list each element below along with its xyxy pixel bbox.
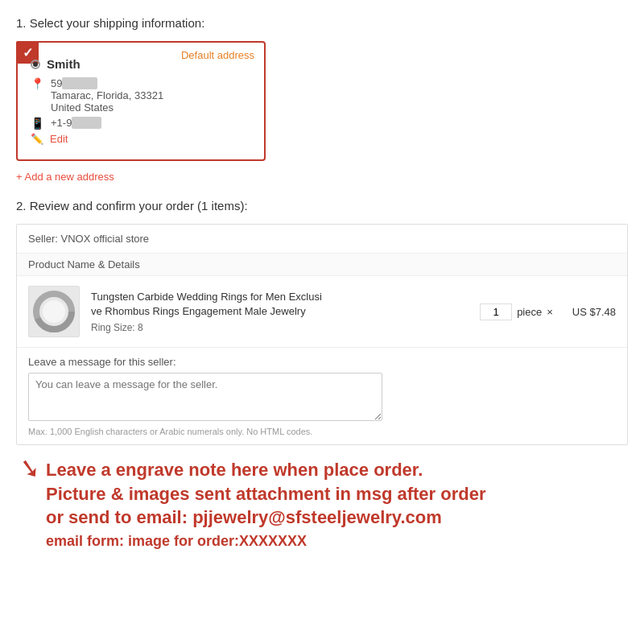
city-state-zip: Tamarac, Florida, 33321 <box>51 89 163 101</box>
multiply-sign: × <box>547 306 553 318</box>
address-street-row: 📍 59 Tamarac, Florida, 33321 United Stat… <box>31 77 251 114</box>
product-title: Tungsten Carbide Wedding Rings for Men E… <box>91 290 469 319</box>
annotation-arrow-row: ➘ Leave a engrave note here when place o… <box>19 458 625 550</box>
product-price: US $7.48 <box>572 306 616 318</box>
edit-link[interactable]: Edit <box>50 133 68 145</box>
phone-row: 📱 +1-9 <box>31 117 251 130</box>
order-item-row: Tungsten Carbide Wedding Rings for Men E… <box>17 276 627 348</box>
annotation-line1: Leave a engrave note here when place ord… <box>46 458 486 482</box>
message-label: Leave a message for this seller: <box>28 356 616 368</box>
annotation-line4: email form: image for order:XXXXXXX <box>46 533 486 550</box>
address-card: Default address Smith 📍 59 Tamarac, Flor… <box>16 41 266 161</box>
blurred-street <box>62 77 97 89</box>
annotation-line3: or send to email: pjjewelry@sfsteeljewel… <box>46 506 486 530</box>
unit-label: piece <box>517 306 542 318</box>
location-icon: 📍 <box>31 77 44 90</box>
radio-button[interactable] <box>31 60 40 69</box>
section2-title: 2. Review and confirm your order (1 item… <box>16 199 628 213</box>
product-variant: Ring Size: 8 <box>91 322 469 333</box>
product-thumbnail <box>28 286 80 337</box>
order-review-box: Seller: VNOX official store Product Name… <box>16 224 628 445</box>
svg-point-2 <box>43 300 65 323</box>
phone-number: +1-9 <box>51 117 101 129</box>
seller-message-textarea[interactable] <box>28 373 382 421</box>
annotation-section: ➘ Leave a engrave note here when place o… <box>16 458 628 550</box>
message-hint: Max. 1,000 English characters or Arabic … <box>28 427 616 436</box>
section1-title: 1. Select your shipping information: <box>16 16 628 30</box>
default-address-label: Default address <box>181 49 254 61</box>
recipient-name: Smith <box>47 57 80 71</box>
edit-icon: ✏️ <box>31 133 43 145</box>
product-info: Tungsten Carbide Wedding Rings for Men E… <box>91 290 469 333</box>
country: United States <box>51 101 163 114</box>
message-section: Leave a message for this seller: Max. 1,… <box>17 348 627 444</box>
annotation-line2: Picture & images sent attachment in msg … <box>46 482 486 506</box>
seller-info: Seller: VNOX official store <box>17 225 627 254</box>
product-quantity: piece × <box>480 303 553 320</box>
blurred-phone <box>72 117 101 129</box>
column-headers: Product Name & Details <box>17 254 627 276</box>
street-address: 59 <box>51 77 163 89</box>
phone-icon: 📱 <box>31 117 44 130</box>
red-arrow-icon: ➘ <box>17 452 43 485</box>
quantity-input[interactable] <box>480 303 512 320</box>
add-address-link[interactable]: + Add a new address <box>16 171 628 183</box>
edit-row: ✏️ Edit <box>31 133 251 145</box>
